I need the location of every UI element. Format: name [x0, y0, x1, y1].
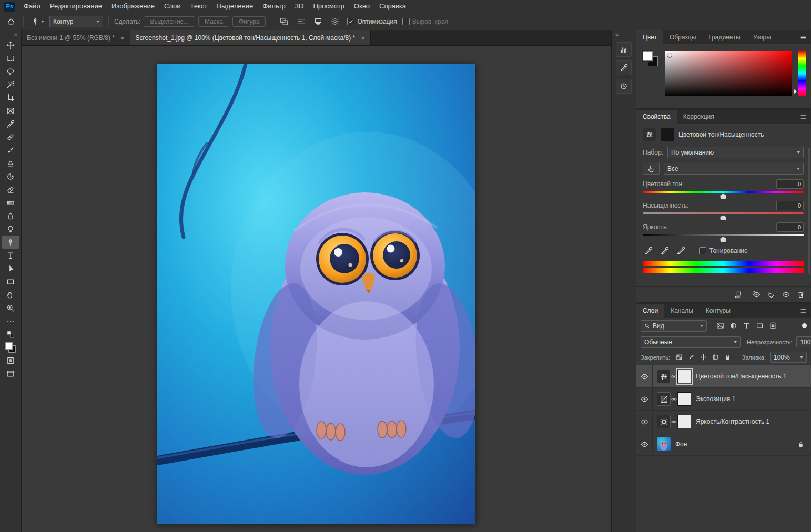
colorize-checkbox[interactable]: Тонирование [699, 247, 748, 254]
ellipsis-tool[interactable] [2, 314, 19, 328]
panel-menu-icon[interactable] [796, 30, 811, 44]
filter-toggle[interactable] [802, 323, 807, 328]
layer-mask-thumbnail[interactable] [677, 392, 691, 406]
menu-item[interactable]: Выделение [212, 0, 258, 13]
make-button[interactable]: Выделение... [144, 16, 195, 27]
blur-tool[interactable] [2, 209, 19, 222]
panel-menu-icon[interactable] [796, 304, 811, 318]
layer-mask-thumbnail[interactable] [677, 370, 691, 383]
info-eyedropper-icon[interactable] [616, 60, 632, 75]
menu-item[interactable]: Изображение [107, 0, 159, 13]
menu-item[interactable]: Просмотр [308, 0, 349, 13]
menu-item[interactable]: Фильтр [258, 0, 290, 13]
shape-layer-filter-icon[interactable] [754, 321, 765, 331]
current-tool-indicator[interactable] [29, 16, 46, 27]
path-select-tool[interactable] [2, 262, 19, 275]
healing-tool[interactable] [2, 130, 19, 144]
slider-handle[interactable] [720, 215, 727, 221]
hue-saturation-adjustment-icon[interactable] [657, 370, 671, 383]
marquee-tool[interactable] [2, 52, 19, 65]
eyedropper-tool[interactable] [2, 117, 19, 130]
visibility-icon[interactable] [782, 291, 790, 299]
layer-name[interactable]: Яркость/Контрастность 1 [696, 418, 769, 425]
hand-tool[interactable] [2, 288, 19, 301]
make-button[interactable]: Фигура [232, 16, 266, 27]
targeted-adjustment-icon[interactable] [643, 163, 660, 175]
slider-track[interactable] [643, 191, 804, 198]
frame-tool[interactable] [2, 104, 19, 117]
canvas-area[interactable] [22, 46, 611, 532]
lasso-tool[interactable] [2, 65, 19, 78]
make-button[interactable]: Маска [198, 16, 229, 27]
layer-mask-thumbnail[interactable] [677, 415, 691, 428]
home-icon[interactable] [4, 15, 18, 28]
layer-row[interactable]: Экспозиция 1 [636, 388, 811, 411]
close-icon[interactable]: × [361, 34, 365, 42]
properties-tab[interactable]: Свойства [636, 110, 677, 124]
screen-mode-tool[interactable] [2, 367, 19, 380]
eyedropper-plus-icon[interactable] [659, 245, 671, 256]
hue-strip-handle[interactable] [794, 89, 797, 94]
properties-tab[interactable]: Коррекция [677, 110, 721, 124]
layer-row[interactable]: Цветовой тон/Насыщенность 1 [636, 365, 811, 388]
slider-value-input[interactable]: 0 [776, 179, 804, 189]
quick-mask-tool[interactable] [2, 354, 19, 367]
layer-name[interactable]: Экспозиция 1 [696, 395, 735, 403]
color-tab[interactable]: Градиенты [702, 30, 746, 44]
lock-all-icon[interactable] [723, 353, 733, 362]
arrange-icon[interactable] [311, 15, 325, 28]
blend-mode-select[interactable]: Обычные [641, 336, 741, 348]
previous-state-icon[interactable] [753, 291, 761, 299]
visibility-toggle-eye-icon[interactable] [636, 365, 653, 387]
panel-menu-icon[interactable] [796, 110, 811, 124]
menu-item[interactable]: Окно [349, 0, 374, 13]
visibility-toggle-eye-icon[interactable] [636, 411, 653, 433]
preset-select[interactable]: По умолчанию [667, 147, 804, 158]
color-tab[interactable]: Цвет [636, 30, 663, 44]
dodge-tool[interactable] [2, 222, 19, 236]
slider-track[interactable] [643, 212, 804, 220]
close-icon[interactable]: × [120, 34, 125, 42]
lock-transparent-icon[interactable] [674, 353, 684, 362]
clip-to-layer-icon[interactable] [734, 291, 742, 299]
pen-tool[interactable] [2, 236, 19, 249]
type-tool[interactable] [2, 249, 19, 262]
adjustment-layer-filter-icon[interactable] [727, 321, 739, 331]
color-field-marker[interactable] [667, 53, 672, 58]
layer-thumbnail[interactable] [657, 437, 671, 451]
type-layer-filter-icon[interactable] [741, 321, 752, 331]
document-tab[interactable]: Screenshot_1.jpg @ 100% (Цветовой тон/На… [130, 30, 371, 45]
reset-icon[interactable] [767, 291, 775, 299]
histogram-icon[interactable] [616, 42, 632, 57]
swap-colors-tool[interactable] [2, 328, 19, 341]
layer-filter-select[interactable]: Вид [641, 320, 707, 332]
visibility-toggle-eye-icon[interactable] [636, 388, 653, 410]
menu-item[interactable]: Слои [159, 0, 186, 13]
history-icon[interactable] [616, 79, 632, 94]
layers-tab[interactable]: Слои [636, 304, 664, 318]
foreground-color-swatch[interactable] [643, 51, 653, 61]
magic-wand-tool[interactable] [2, 78, 19, 91]
visibility-toggle-eye-icon[interactable] [636, 433, 653, 455]
exposure-adjustment-icon[interactable] [657, 392, 671, 406]
eyedropper-icon[interactable] [643, 245, 654, 256]
align-icon[interactable] [295, 15, 308, 28]
crop-tool[interactable] [2, 91, 19, 104]
brightness-contrast-adjustment-icon[interactable] [657, 415, 671, 428]
menu-item[interactable]: Редактирование [45, 0, 107, 13]
slider-handle[interactable] [720, 237, 727, 242]
slider-track[interactable] [643, 234, 804, 241]
path-operations-icon[interactable] [277, 15, 291, 28]
opacity-select[interactable]: 100% [796, 336, 811, 347]
menu-item[interactable]: Справка [374, 0, 411, 13]
mask-thumbnail-icon[interactable] [661, 128, 674, 141]
brush-tool[interactable] [2, 144, 19, 157]
pixel-layer-filter-icon[interactable] [714, 321, 726, 331]
eraser-tool[interactable] [2, 183, 19, 196]
delete-icon[interactable] [797, 291, 805, 299]
lock-position-icon[interactable] [698, 353, 708, 362]
scrollbar[interactable] [808, 148, 810, 274]
layers-tab[interactable]: Контуры [700, 304, 737, 318]
saturation-brightness-field[interactable] [665, 51, 792, 96]
slider-value-input[interactable]: 0 [776, 222, 804, 232]
